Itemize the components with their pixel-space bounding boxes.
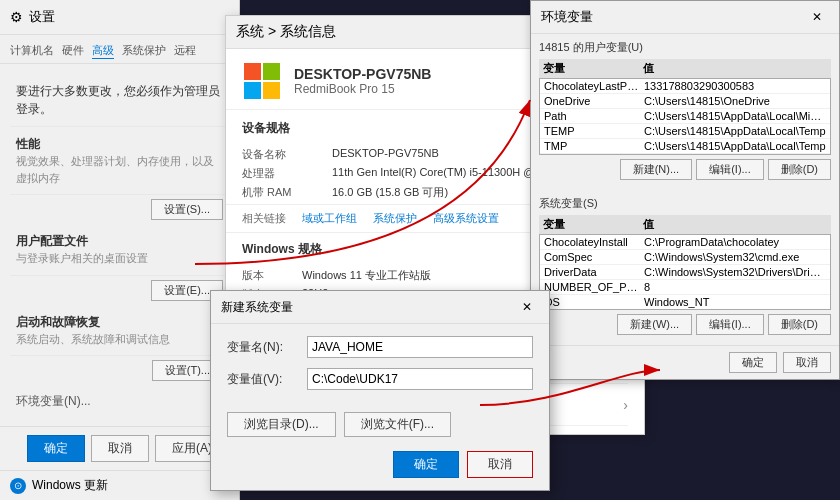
list-item[interactable]: TMP C:\Users\14815\AppData\Local\Temp [540, 139, 830, 154]
performance-desc: 视觉效果、处理器计划、内存使用，以及虚拟内存 [16, 153, 223, 186]
dialog-value-row: 变量值(V): [227, 368, 533, 390]
list-item[interactable]: ComSpec C:\Windows\System32\cmd.exe [540, 250, 830, 265]
startup-title: 启动和故障恢复 [16, 313, 223, 331]
settings-titlebar: ⚙ 设置 [0, 0, 239, 35]
list-item[interactable]: Path C:\Users\14815\AppData\Local\Micros… [540, 109, 830, 124]
svg-rect-3 [263, 82, 280, 99]
user-vars-table[interactable]: ChocolateyLastPathUpdate 133178803290300… [539, 78, 831, 155]
user-section: 用户配置文件 与登录账户相关的桌面设置 [10, 224, 229, 276]
windows-update-label[interactable]: Windows 更新 [32, 477, 108, 494]
dialog-cancel-btn[interactable]: 取消 [467, 451, 533, 478]
env-close-btn[interactable]: ✕ [805, 7, 829, 27]
var-name-input[interactable] [307, 336, 533, 358]
settings-content: 要进行大多数更改，您必须作为管理员登录。 性能 视觉效果、处理器计划、内存使用，… [0, 64, 239, 426]
list-item[interactable]: DriverData C:\Windows\System32\Drivers\D… [540, 265, 830, 280]
startup-btn-row: 设置(T)... [10, 356, 229, 385]
settings-ok-btn[interactable]: 确定 [27, 435, 85, 462]
var-name-label: 变量名(N): [227, 339, 307, 356]
list-item[interactable]: OS Windows_NT [540, 295, 830, 310]
user-edit-btn[interactable]: 编辑(I)... [696, 159, 764, 180]
chevron-right-icon: › [623, 397, 628, 413]
performance-settings-btn[interactable]: 设置(S)... [151, 199, 223, 220]
user-vars-header: 变量 值 [539, 59, 831, 78]
performance-section: 性能 视觉效果、处理器计划、内存使用，以及虚拟内存 [10, 127, 229, 195]
dialog-browse-row: 浏览目录(D)... 浏览文件(F)... [211, 412, 549, 445]
env-footer: 确定 取消 [531, 345, 839, 379]
nav-hardware[interactable]: 硬件 [62, 43, 84, 59]
browse-dir-btn[interactable]: 浏览目录(D)... [227, 412, 336, 437]
nav-protection[interactable]: 系统保护 [122, 43, 166, 59]
performance-title: 性能 [16, 135, 223, 153]
header-var: 变量 [543, 61, 643, 76]
header-val: 值 [643, 217, 827, 232]
windows-update-section: ⊙ Windows 更新 [0, 470, 239, 500]
env-window: 环境变量 ✕ 14815 的用户变量(U) 变量 值 ChocolateyLas… [530, 0, 840, 380]
nav-advanced[interactable]: 高级 [92, 43, 114, 59]
svg-rect-1 [263, 63, 280, 80]
user-new-btn[interactable]: 新建(N)... [620, 159, 692, 180]
svg-rect-0 [244, 63, 261, 80]
nav-computer-name[interactable]: 计算机名 [10, 43, 54, 59]
nav-remote[interactable]: 远程 [174, 43, 196, 59]
sys-vars-table[interactable]: ChocolateyInstall C:\ProgramData\chocola… [539, 234, 831, 311]
env-titlebar: 环境变量 ✕ [531, 1, 839, 34]
var-value-input[interactable] [307, 368, 533, 390]
windows-logo [242, 61, 282, 101]
user-vars-section: 14815 的用户变量(U) 变量 值 ChocolateyLastPathUp… [531, 34, 839, 190]
list-item[interactable]: TEMP C:\Users\14815\AppData\Local\Temp [540, 124, 830, 139]
dialog-title: 新建系统变量 [221, 299, 293, 316]
dialog-name-row: 变量名(N): [227, 336, 533, 358]
sysinfo-header-text: DESKTOP-PGV75NB RedmiBook Pro 15 [294, 66, 431, 96]
list-item[interactable]: ChocolateyInstall C:\ProgramData\chocola… [540, 235, 830, 250]
link-advanced[interactable]: 高级系统设置 [433, 211, 499, 226]
startup-section: 启动和故障恢复 系统启动、系统故障和调试信息 [10, 305, 229, 357]
env-var-label: 环境变量(N)... [16, 393, 91, 410]
dialog-close-btn[interactable]: ✕ [515, 297, 539, 317]
link-related: 相关链接 [242, 211, 286, 226]
windows-update-icon: ⊙ [10, 478, 26, 494]
dialog-titlebar: 新建系统变量 ✕ [211, 291, 549, 324]
user-title: 用户配置文件 [16, 232, 223, 250]
dialog-ok-btn[interactable]: 确定 [393, 451, 459, 478]
user-desc: 与登录账户相关的桌面设置 [16, 250, 223, 267]
user-delete-btn[interactable]: 删除(D) [768, 159, 831, 180]
sys-vars-section: 系统变量(S) 变量 值 ChocolateyInstall C:\Progra… [531, 190, 839, 346]
header-val: 值 [643, 61, 827, 76]
settings-title: 设置 [29, 8, 55, 26]
browse-file-btn[interactable]: 浏览文件(F)... [344, 412, 451, 437]
startup-desc: 系统启动、系统故障和调试信息 [16, 331, 223, 348]
settings-cancel-btn[interactable]: 取消 [91, 435, 149, 462]
new-var-dialog: 新建系统变量 ✕ 变量名(N): 变量值(V): 浏览目录(D)... 浏览文件… [210, 290, 550, 491]
user-vars-title: 14815 的用户变量(U) [539, 40, 831, 55]
list-item[interactable]: NUMBER_OF_PROCESSORS 8 [540, 280, 830, 295]
env-titlebar-controls: ✕ [805, 7, 829, 27]
settings-nav: 计算机名 硬件 高级 系统保护 远程 [0, 35, 239, 64]
user-action-btns: 新建(N)... 编辑(I)... 删除(D) [539, 155, 831, 184]
performance-btn-row: 设置(S)... [10, 195, 229, 224]
sys-delete-btn[interactable]: 删除(D) [768, 314, 831, 335]
list-item[interactable]: OneDrive C:\Users\14815\OneDrive [540, 94, 830, 109]
sysinfo-title: 系统 > 系统信息 [236, 23, 336, 41]
link-domain[interactable]: 域或工作组 [302, 211, 357, 226]
dialog-body: 变量名(N): 变量值(V): [211, 324, 549, 412]
sys-vars-title: 系统变量(S) [539, 196, 831, 211]
settings-window: ⚙ 设置 计算机名 硬件 高级 系统保护 远程 要进行大多数更改，您必须作为管理… [0, 0, 240, 500]
env-ok-btn[interactable]: 确定 [729, 352, 777, 373]
pc-name: DESKTOP-PGV75NB [294, 66, 431, 82]
main-notice: 要进行大多数更改，您必须作为管理员登录。 [10, 74, 229, 127]
svg-rect-2 [244, 82, 261, 99]
sys-edit-btn[interactable]: 编辑(I)... [696, 314, 764, 335]
pc-model: RedmiBook Pro 15 [294, 82, 431, 96]
sys-action-btns: 新建(W)... 编辑(I)... 删除(D) [539, 310, 831, 339]
dialog-action-row: 确定 取消 [211, 445, 549, 490]
env-cancel-btn[interactable]: 取消 [783, 352, 831, 373]
gear-icon: ⚙ [10, 9, 23, 25]
sys-new-btn[interactable]: 新建(W)... [617, 314, 692, 335]
user-btn-row: 设置(E)... [10, 276, 229, 305]
link-protection[interactable]: 系统保护 [373, 211, 417, 226]
list-item[interactable]: ChocolateyLastPathUpdate 133178803290300… [540, 79, 830, 94]
env-title: 环境变量 [541, 8, 593, 26]
var-value-label: 变量值(V): [227, 371, 307, 388]
env-var-link[interactable]: 环境变量(N)... [10, 385, 229, 418]
sys-vars-header: 变量 值 [539, 215, 831, 234]
